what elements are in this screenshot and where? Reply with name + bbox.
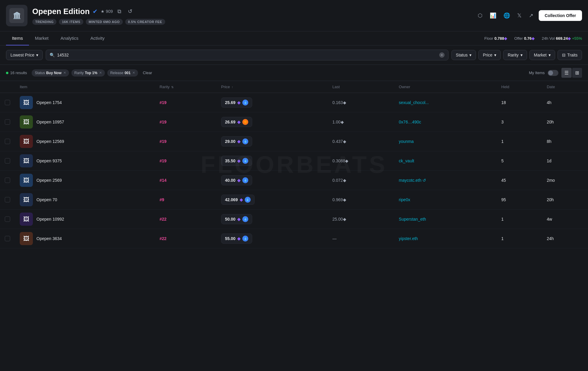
collection-logo: 🏛️ (6, 5, 27, 26)
rarity-dropdown[interactable]: Rarity ▾ (503, 50, 527, 60)
row-checkbox-cell (0, 112, 15, 132)
price-value: 25.69 (225, 100, 235, 105)
collection-offer-button[interactable]: Collection Offer (539, 10, 582, 21)
filter-icon: ⊟ (562, 53, 566, 57)
item-column-header[interactable]: Item (15, 81, 155, 93)
chart-icon[interactable]: 📊 (488, 10, 498, 21)
status-dropdown[interactable]: Status ▾ (451, 50, 476, 60)
item-name[interactable]: Opepen 1754 (36, 100, 62, 105)
price-value: 26.69 (225, 120, 235, 124)
price-tag[interactable]: 35.50 ◆ 💧 (221, 156, 252, 166)
table-header-row: Item Rarity ⇅ Price ↑ Last Owner (0, 81, 588, 93)
active-filters: 16 results Status Buy Now ✕ Rarity Top 1… (0, 65, 588, 81)
rarity-cell: #22 (155, 229, 216, 248)
item-thumbnail: 🖼 (20, 96, 33, 109)
owner-name[interactable]: younma (399, 139, 414, 144)
item-name[interactable]: Opepen 12569 (36, 139, 64, 144)
search-clear-button[interactable]: ✕ (439, 52, 445, 58)
last-value: — (333, 236, 337, 241)
list-view-button[interactable]: ☰ (561, 68, 572, 78)
price-tag[interactable]: 40.00 ◆ 💧 (221, 175, 252, 185)
tab-market[interactable]: Market (29, 31, 55, 45)
price-column-header[interactable]: Price ↑ (216, 81, 328, 93)
row-checkbox[interactable] (5, 100, 10, 105)
owner-name[interactable]: ripe0x (399, 197, 410, 202)
opensea-icon[interactable]: ⬡ (476, 10, 484, 21)
table-row: 🖼 Opepen 70 #9 42.069 ◆ 💧 0.969◆ ripe0x … (0, 190, 588, 210)
status-filter-tag: Status Buy Now ✕ (32, 69, 69, 77)
row-checkbox[interactable] (5, 197, 10, 202)
owner-name[interactable]: 0x76…490c (399, 120, 421, 124)
sort-dropdown[interactable]: Lowest Price ▾ (6, 50, 43, 60)
traits-button[interactable]: ⊟ Traits (558, 50, 582, 60)
price-tag[interactable]: 50.00 ◆ 💧 (221, 214, 252, 224)
row-checkbox[interactable] (5, 139, 10, 144)
price-tag[interactable]: 29.00 ◆ 💧 (221, 136, 252, 146)
owner-name[interactable]: ck_vault (399, 158, 414, 163)
date-cell: 4h (542, 93, 588, 112)
owner-column-header[interactable]: Owner (394, 81, 497, 93)
owner-cell: yipster.eth (394, 229, 497, 248)
price-value: 50.00 (225, 217, 235, 222)
badge-trending: TRENDING (32, 19, 56, 25)
last-value: 0.969◆ (333, 197, 346, 202)
price-tag[interactable]: 42.069 ◆ 💧 (221, 195, 255, 205)
tab-activity[interactable]: Activity (85, 31, 111, 45)
owner-name[interactable]: sexual_chocol... (399, 100, 429, 105)
price-dropdown[interactable]: Price ▾ (478, 50, 501, 60)
share-icon[interactable]: ↗ (527, 10, 535, 21)
rarity-column-header[interactable]: Rarity ⇅ (155, 81, 216, 93)
chevron-down-icon: ▾ (494, 53, 496, 57)
item-cell: 🖼 Opepen 12569 (15, 132, 155, 151)
row-checkbox[interactable] (5, 216, 10, 222)
market-dropdown[interactable]: Market ▾ (529, 50, 555, 60)
held-value: 1 (501, 217, 504, 222)
rarity-cell: #19 (155, 112, 216, 132)
chevron-down-icon: ▾ (549, 53, 551, 57)
date-column-header[interactable]: Date (542, 81, 588, 93)
date-value: 4w (547, 217, 552, 222)
marketplace-icon: 🔶 (242, 119, 248, 125)
item-name[interactable]: Opepen 10992 (36, 217, 64, 222)
owner-name[interactable]: maycotc.eth ↺ (399, 178, 426, 183)
star-icon: ★ (101, 9, 105, 14)
tab-analytics[interactable]: Analytics (55, 31, 85, 45)
item-name[interactable]: Opepen 3634 (36, 236, 62, 241)
globe-icon[interactable]: 🌐 (502, 10, 512, 21)
marketplace-icon: 💧 (242, 100, 248, 106)
release-filter-remove[interactable]: ✕ (132, 71, 135, 75)
row-checkbox[interactable] (5, 119, 10, 125)
header-badges: TRENDING 16K ITEMS MINTED 6MO AGO 0.5% C… (32, 19, 476, 25)
row-checkbox[interactable] (5, 236, 10, 241)
owner-cell: sexual_chocol... (394, 93, 497, 112)
last-column-header[interactable]: Last (328, 81, 394, 93)
held-value: 3 (501, 120, 504, 124)
item-name[interactable]: Opepen 2569 (36, 178, 62, 183)
item-name[interactable]: Opepen 70 (36, 197, 57, 202)
row-checkbox[interactable] (5, 158, 10, 164)
twitter-icon[interactable]: 𝕏 (515, 10, 523, 21)
held-column-header[interactable]: Held (497, 81, 542, 93)
price-cell: 25.69 ◆ 💧 (216, 93, 328, 112)
status-filter-remove[interactable]: ✕ (63, 71, 66, 75)
owner-name[interactable]: yipster.eth (399, 236, 418, 241)
price-tag[interactable]: 26.69 ◆ 🔶 (221, 117, 252, 127)
price-cell: 35.50 ◆ 💧 (216, 151, 328, 171)
price-tag[interactable]: 55.00 ◆ 💧 (221, 233, 252, 244)
my-items-toggle[interactable] (548, 70, 558, 76)
held-cell: 1 (497, 229, 542, 248)
owner-name[interactable]: Superstan_eth (399, 217, 426, 222)
clear-filters-button[interactable]: Clear (140, 69, 154, 76)
grid-view-button[interactable]: ⊞ (572, 68, 582, 78)
search-input[interactable] (57, 53, 437, 57)
copy-icon[interactable]: ⧉ (116, 7, 123, 16)
refresh-icon[interactable]: ↺ (126, 6, 134, 16)
row-checkbox[interactable] (5, 178, 10, 183)
badge-items: 16K ITEMS (59, 19, 83, 25)
tab-items[interactable]: Items (6, 31, 29, 45)
item-name[interactable]: Opepen 9375 (36, 158, 62, 163)
logo-icon: 🏛️ (9, 8, 24, 23)
rarity-filter-remove[interactable]: ✕ (99, 71, 102, 75)
price-tag[interactable]: 25.69 ◆ 💧 (221, 97, 252, 108)
item-name[interactable]: Opepen 10957 (36, 120, 64, 124)
